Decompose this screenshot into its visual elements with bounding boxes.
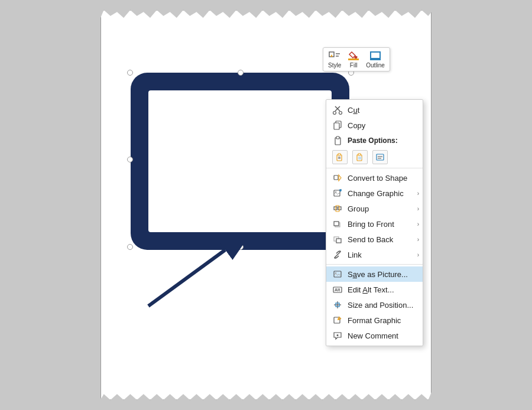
style-icon [328,50,341,61]
svg-rect-34 [334,222,339,226]
change-graphic-label: Change Graphic [348,189,404,198]
send-back-icon [332,234,343,245]
svg-rect-7 [370,58,381,60]
change-graphic-icon [332,188,343,199]
link-icon [332,249,343,260]
cut-icon [332,105,343,115]
menu-item-link[interactable]: Link › [326,247,423,262]
outline-icon [369,50,382,61]
paste-options-row [326,148,423,166]
svg-rect-36 [336,239,341,243]
paste-btn-2[interactable] [352,150,368,164]
group-icon [332,203,343,214]
menu-item-size-position[interactable]: Size and Position... [326,297,423,313]
save-as-picture-label: Save as Picture... [348,270,408,279]
svg-rect-6 [371,52,380,58]
svg-line-37 [336,253,339,256]
svg-text:Alt: Alt [335,288,340,292]
send-back-chevron: › [417,236,419,243]
svg-rect-22 [358,157,362,160]
fill-icon [347,50,360,61]
page-container: Style Fill Outline [100,10,432,400]
edit-alt-text-label: Edit Alt Text... [348,285,394,294]
tablet-screen [148,90,332,232]
save-as-picture-icon [332,269,343,279]
new-comment-label: New Comment [348,331,398,340]
group-chevron: › [417,206,419,212]
paste-btn-1[interactable] [332,150,348,164]
convert-label: Convert to Shape [348,174,407,183]
svg-rect-15 [336,136,339,139]
new-comment-icon [332,330,343,341]
size-position-label: Size and Position... [348,301,413,310]
group-label: Group [348,204,369,213]
menu-item-edit-alt-text[interactable]: Alt Edit Alt Text... [326,282,423,297]
svg-rect-13 [334,123,339,129]
svg-marker-27 [339,175,341,181]
mini-toolbar: Style Fill Outline [323,47,390,71]
context-menu: Cut Copy Paste Options: [326,99,423,346]
svg-point-11 [339,112,342,115]
svg-rect-21 [358,154,361,155]
arrow-graphic [137,241,243,312]
svg-point-10 [333,112,336,115]
menu-item-copy[interactable]: Copy [326,118,423,133]
bring-front-chevron: › [417,221,419,227]
size-position-icon [332,300,343,310]
divider-1 [326,168,423,168]
format-graphic-icon [332,315,343,326]
menu-item-new-comment[interactable]: New Comment [326,328,423,343]
menu-item-format-graphic[interactable]: Format Graphic [326,313,423,328]
divider-2 [326,264,423,265]
toolbar-outline[interactable]: Outline [366,50,385,69]
change-graphic-chevron: › [417,190,419,197]
menu-item-group[interactable]: Group › [326,201,423,216]
format-graphic-label: Format Graphic [348,316,401,325]
svg-rect-17 [338,154,340,155]
menu-item-send-back[interactable]: Send to Back › [326,232,423,247]
toolbar-style[interactable]: Style [328,50,341,69]
bring-front-icon [332,219,343,229]
toolbar-fill[interactable]: Fill [347,50,360,69]
svg-rect-23 [377,154,384,160]
edit-alt-text-icon: Alt [332,284,343,295]
paste-options-label: Paste Options: [348,136,398,145]
link-label: Link [348,250,362,259]
outline-label: Outline [366,62,385,69]
menu-item-change-graphic[interactable]: Change Graphic › [326,186,423,201]
handle-bot-left[interactable] [127,244,133,250]
menu-item-paste-header: Paste Options: [326,133,423,148]
tablet-graphic [131,73,349,250]
convert-icon [332,173,343,183]
link-chevron: › [417,252,419,258]
handle-mid-left[interactable] [127,157,133,162]
copy-icon [332,120,343,131]
svg-rect-5 [348,58,359,60]
copy-label: Copy [348,121,365,130]
bring-front-label: Bring to Front [348,220,394,229]
cut-label: Cut [348,106,359,115]
svg-rect-26 [334,175,338,180]
paste-btn-3[interactable] [372,150,388,164]
style-label: Style [328,62,341,69]
menu-item-convert[interactable]: Convert to Shape [326,170,423,186]
handle-top-left[interactable] [127,70,133,76]
handle-top-mid[interactable] [238,70,244,76]
menu-item-bring-front[interactable]: Bring to Front › [326,216,423,232]
svg-line-1 [148,250,225,306]
paste-icon [332,135,343,146]
send-back-label: Send to Back [348,235,393,244]
menu-item-save-as-picture[interactable]: Save as Picture... [326,266,423,282]
fill-label: Fill [350,62,358,69]
menu-item-cut[interactable]: Cut [326,102,423,118]
